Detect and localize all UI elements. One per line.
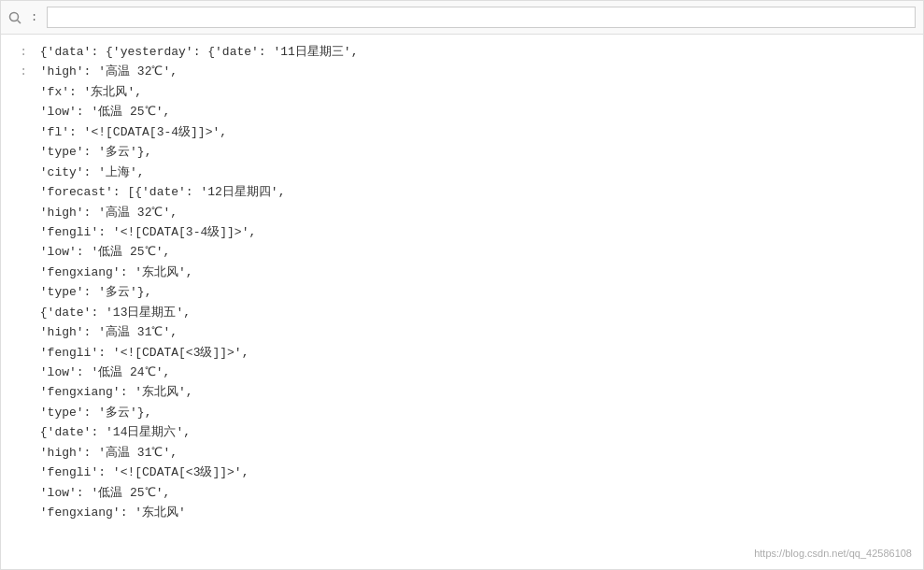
code-area: : {'data': {'yesterday': {'date': '11日星期… bbox=[1, 35, 923, 569]
code-line-10: 'fengli': '<![CDATA[3-4级]]>', bbox=[40, 225, 256, 239]
search-icon bbox=[8, 11, 25, 24]
code-line-16: 'fengli': '<![CDATA[<3级]]>', bbox=[40, 346, 249, 360]
code-line-2: 'high': '高温 32℃', bbox=[40, 64, 178, 78]
code-line-20: {'date': '14日星期六', bbox=[40, 425, 191, 439]
code-line-17: 'low': '低温 24℃', bbox=[40, 365, 170, 379]
code-line-18: 'fengxiang': '东北风', bbox=[40, 385, 193, 399]
code-line-1: {'data': {'yesterday': {'date': '11日星期三'… bbox=[40, 45, 359, 59]
code-line-19: 'type': '多云'}, bbox=[40, 406, 152, 420]
code-line-15: 'high': '高温 31℃', bbox=[40, 325, 178, 339]
search-input[interactable]: weather_dict bbox=[47, 7, 916, 28]
code-line-5: 'fl': '<![CDATA[3-4级]]>', bbox=[40, 125, 227, 139]
code-line-7: 'city': '上海', bbox=[40, 165, 145, 179]
code-line-9: 'high': '高温 32℃', bbox=[40, 206, 178, 220]
code-line-24: 'fengxiang': '东北风' bbox=[40, 506, 186, 520]
code-line-8: 'forecast': [{'date': '12日星期四', bbox=[40, 185, 286, 199]
svg-point-0 bbox=[10, 12, 19, 21]
code-line-4: 'low': '低温 25℃', bbox=[40, 105, 170, 119]
colon-separator: : bbox=[31, 11, 41, 24]
watermark: https://blog.csdn.net/qq_42586108 bbox=[754, 545, 912, 562]
search-bar: : weather_dict bbox=[1, 1, 923, 35]
code-line-3: 'fx': '东北风', bbox=[40, 85, 142, 99]
code-line-12: 'fengxiang': '东北风', bbox=[40, 265, 193, 279]
svg-line-1 bbox=[18, 20, 21, 23]
line-prefix-2: : bbox=[12, 62, 27, 81]
code-line-14: {'date': '13日星期五', bbox=[40, 306, 191, 320]
code-line-21: 'high': '高温 31℃', bbox=[40, 446, 178, 460]
code-line-22: 'fengli': '<![CDATA[<3级]]>', bbox=[40, 465, 249, 479]
code-line-13: 'type': '多云'}, bbox=[40, 285, 152, 299]
code-line-6: 'type': '多云'}, bbox=[40, 145, 152, 159]
main-container: : weather_dict : {'data': {'yesterday': … bbox=[0, 0, 924, 570]
line-prefix-1: : bbox=[12, 42, 27, 62]
code-line-11: 'low': '低温 25℃', bbox=[40, 245, 170, 259]
code-line-23: 'low': '低温 25℃', bbox=[40, 486, 170, 500]
